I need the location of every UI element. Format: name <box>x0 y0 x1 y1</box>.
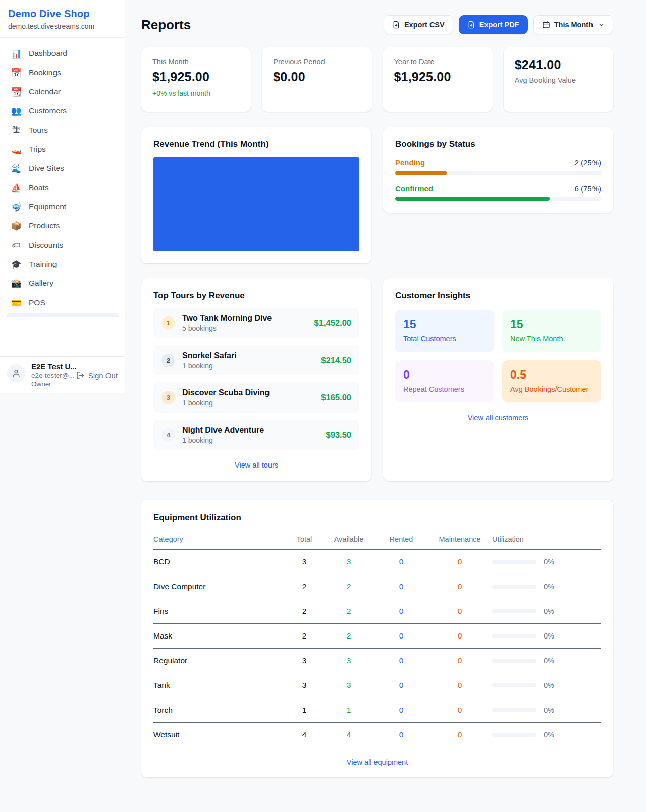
progress-fill <box>395 171 447 175</box>
utilization-track <box>492 609 536 613</box>
sidebar-item-label: Customers <box>29 106 67 115</box>
tag-icon: 🏷 <box>10 241 22 250</box>
tile-avg-bookings: 0.5 Avg Bookings/Customer <box>502 360 601 402</box>
customer-insights-title: Customer Insights <box>395 291 601 301</box>
period-dropdown[interactable]: This Month <box>533 15 613 34</box>
island-icon: 🏝 <box>10 126 22 135</box>
progress-track <box>395 197 601 201</box>
sidebar-item-reports-partial[interactable] <box>6 313 119 317</box>
sailboat-icon: ⛵ <box>10 184 22 192</box>
sidebar-item-calendar[interactable]: 📆 Calendar <box>5 82 120 101</box>
graduation-cap-icon: 🎓 <box>10 260 22 269</box>
sidebar-item-label: Gallery <box>29 279 53 288</box>
sidebar-item-label: Boats <box>29 183 49 192</box>
tour-row: 3 Discover Scuba Diving 1 booking $165.0… <box>153 382 359 413</box>
top-tours-card: Top Tours by Revenue 1 Two Tank Morning … <box>141 278 371 481</box>
user-role: Owner <box>31 380 70 388</box>
utilization-track <box>492 683 536 687</box>
view-all-equipment-link[interactable]: View all equipment <box>153 758 601 766</box>
stat-label: Previous Period <box>273 57 360 66</box>
user-name: E2E Test U... <box>31 362 70 371</box>
sign-out-button[interactable]: Sign Out <box>76 371 118 380</box>
sidebar-item-label: POS <box>29 298 45 307</box>
tour-revenue: $1,452.00 <box>314 318 351 328</box>
cell-utilization: 0% <box>492 649 601 672</box>
cell-maintenance: 0 <box>427 550 492 574</box>
wave-icon: 🌊 <box>10 164 22 173</box>
tour-name: Discover Scuba Diving <box>182 388 270 397</box>
tour-revenue: $165.00 <box>321 393 351 402</box>
cell-category: Torch <box>153 698 286 722</box>
export-pdf-label: Export PDF <box>479 21 519 29</box>
cell-rented: 0 <box>375 649 427 673</box>
tour-revenue: $214.50 <box>321 356 351 365</box>
cell-rented: 0 <box>375 673 427 698</box>
col-category: Category <box>153 532 286 549</box>
file-download-icon <box>467 21 475 29</box>
cell-rented: 0 <box>375 550 427 574</box>
tour-name: Night Dive Adventure <box>182 426 264 435</box>
sidebar-item-tours[interactable]: 🏝 Tours <box>5 121 120 140</box>
cell-maintenance: 0 <box>427 624 492 648</box>
sidebar-item-dashboard[interactable]: 📊 Dashboard <box>5 44 120 63</box>
shop-domain: demo.test.divestreams.com <box>8 22 117 30</box>
dashboard-icon: 📊 <box>10 49 22 58</box>
bookings-by-status-title: Bookings by Status <box>395 139 601 149</box>
stat-cards: This Month $1,925.00 +0% vs last month P… <box>141 47 613 112</box>
equipment-title: Equipment Utilization <box>153 513 601 523</box>
view-all-customers-link[interactable]: View all customers <box>395 414 601 422</box>
col-utilization: Utilization <box>492 532 601 549</box>
table-row: BCD 3 3 0 0 0% <box>153 550 601 574</box>
table-row: Fins 2 2 0 0 0% <box>153 599 601 624</box>
col-total: Total <box>286 532 322 549</box>
utilization-percent: 0% <box>544 632 554 640</box>
sidebar-item-label: Dashboard <box>29 49 67 58</box>
file-download-icon <box>392 21 400 29</box>
tour-row: 2 Snorkel Safari 1 booking $214.50 <box>153 345 359 375</box>
sidebar-item-dive-sites[interactable]: 🌊 Dive Sites <box>5 159 120 178</box>
cell-rented: 0 <box>375 599 427 623</box>
credit-card-icon: 💳 <box>10 299 22 307</box>
cell-total: 3 <box>286 673 322 698</box>
tour-row: 1 Two Tank Morning Dive 5 bookings $1,45… <box>153 308 359 338</box>
table-row: Tank 3 3 0 0 0% <box>153 673 601 698</box>
sidebar-item-bookings[interactable]: 📅 Bookings <box>5 63 120 82</box>
sidebar-item-boats[interactable]: ⛵ Boats <box>5 178 120 197</box>
utilization-track <box>492 733 536 737</box>
tile-value: 15 <box>510 318 593 331</box>
avatar <box>7 364 25 382</box>
top-tours-title: Top Tours by Revenue <box>153 291 359 301</box>
table-row: Torch 1 1 0 0 0% <box>153 698 601 723</box>
status-count: 2 (25%) <box>574 158 601 167</box>
sidebar-item-customers[interactable]: 👥 Customers <box>5 101 120 121</box>
cell-total: 3 <box>286 649 322 673</box>
calendar-icon <box>542 21 550 29</box>
cell-maintenance: 0 <box>427 649 492 673</box>
diving-mask-icon: 🤿 <box>10 203 22 211</box>
tile-label: Repeat Customers <box>403 385 486 393</box>
stat-change: +0% vs last month <box>152 89 240 97</box>
sidebar-item-training[interactable]: 🎓 Training <box>5 255 120 274</box>
sidebar-item-trips[interactable]: 🚤 Trips <box>5 140 120 159</box>
calendar-icon: 📆 <box>10 88 22 96</box>
export-pdf-button[interactable]: Export PDF <box>459 15 528 34</box>
cell-maintenance: 0 <box>427 574 492 599</box>
sidebar-nav: 📊 Dashboard 📅 Bookings 📆 Calendar 👥 Cust… <box>0 38 125 356</box>
tile-label: New This Month <box>510 335 593 343</box>
tile-label: Avg Bookings/Customer <box>510 385 593 393</box>
utilization-percent: 0% <box>544 607 554 615</box>
tile-value: 15 <box>403 318 486 331</box>
sidebar-item-pos[interactable]: 💳 POS <box>5 293 120 312</box>
view-all-tours-link[interactable]: View all tours <box>153 461 359 469</box>
sidebar-item-label: Bookings <box>29 68 61 77</box>
sidebar-item-discounts[interactable]: 🏷 Discounts <box>5 236 120 255</box>
tile-total-customers: 15 Total Customers <box>395 310 494 352</box>
tile-value: 0.5 <box>510 368 593 382</box>
table-row: Dive Computer 2 2 0 0 0% <box>153 574 601 599</box>
export-csv-button[interactable]: Export CSV <box>384 15 453 34</box>
sidebar-item-products[interactable]: 📦 Products <box>5 216 120 236</box>
sidebar-item-equipment[interactable]: 🤿 Equipment <box>5 197 120 216</box>
bookings-by-status-card: Bookings by Status Pending 2 (25%) Confi… <box>383 127 613 213</box>
table-header-row: Category Total Available Rented Maintena… <box>153 532 601 550</box>
sidebar-item-gallery[interactable]: 📸 Gallery <box>5 274 120 293</box>
